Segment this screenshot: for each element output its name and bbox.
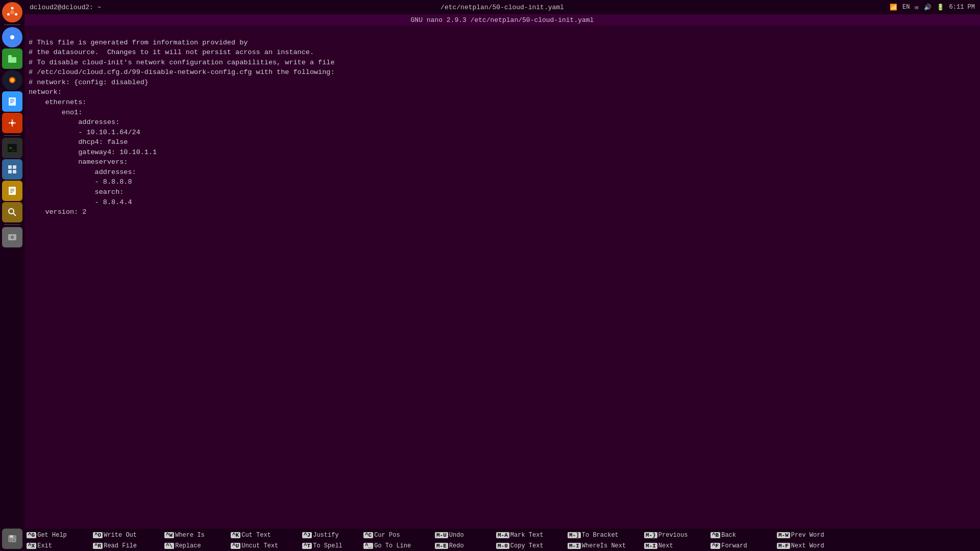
shortcut-label-nextword: Next Word <box>791 542 824 549</box>
disk-icon[interactable] <box>2 227 22 247</box>
shortcut-label-justify: Justify <box>313 532 338 539</box>
svg-point-6 <box>10 35 14 39</box>
terminal-icon[interactable]: >_ <box>2 138 22 158</box>
shortcut-redo: M-E Redo <box>433 540 494 552</box>
shortcut-previous: M-} Previous <box>642 530 708 541</box>
shortcut-key-whereis: ^W <box>164 532 174 538</box>
svg-point-34 <box>13 539 15 542</box>
battery-icon: 🔋 <box>937 4 944 11</box>
topbar-filename: /etc/netplan/50-cloud-init.yaml <box>440 4 564 11</box>
editor-area[interactable]: # This file is generated from informatio… <box>24 26 980 529</box>
sidebar: >_ <box>0 0 24 551</box>
shortcut-label-curpos: Cur Pos <box>374 532 400 539</box>
shortcut-label-next: Next <box>658 542 673 549</box>
svg-rect-33 <box>10 535 13 538</box>
shortcut-key-readfile: ^R <box>93 543 103 549</box>
shortcut-forward: ^F Forward <box>708 540 775 552</box>
shortcut-replace: ^\ Replace <box>162 540 229 552</box>
shortcut-key-gethelp: ^G <box>27 532 36 538</box>
shortcut-label-redo: Redo <box>449 542 464 549</box>
shortcuts-row-1: ^G Get Help ^O Write Out ^W Where Is ^K … <box>24 530 980 540</box>
notes-icon[interactable] <box>2 91 22 112</box>
svg-point-1 <box>10 10 14 14</box>
svg-point-27 <box>9 209 14 214</box>
shortcut-label-uncut: Uncut Text <box>241 542 278 549</box>
dash-icon[interactable] <box>2 159 22 180</box>
network-icon: 📶 <box>890 4 897 11</box>
shortcut-label-undo: Undo <box>449 532 464 539</box>
shortcut-read-file: ^R Read File <box>91 540 162 552</box>
settings-icon[interactable] <box>2 113 22 133</box>
shortcut-label-writeout: Write Out <box>104 532 137 539</box>
shortcut-key-whereisnext: M-I <box>568 543 581 549</box>
sidebar-divider <box>4 24 20 25</box>
shortcut-label-mark: Mark Text <box>510 532 544 539</box>
volume-icon: 🔊 <box>924 4 932 11</box>
shortcuts-bar: ^G Get Help ^O Write Out ^W Where Is ^K … <box>24 529 980 551</box>
shortcut-key-prev: M-} <box>644 532 657 538</box>
ubuntu-icon[interactable] <box>2 2 22 22</box>
shortcut-copy-text: M-0 Copy Text <box>494 540 566 552</box>
svg-point-2 <box>11 7 14 10</box>
shortcut-write-out: ^O Write Out <box>91 530 162 541</box>
shortcut-key-next: M-I <box>644 543 657 549</box>
shortcut-key-spell: ^T <box>302 543 312 549</box>
shortcut-key-cut: ^K <box>231 532 240 538</box>
shortcut-label-forward: Forward <box>721 542 747 549</box>
shortcut-key-replace: ^\ <box>164 543 174 549</box>
shortcut-to-spell: ^T To Spell <box>300 540 361 552</box>
shortcut-mark-text: M-A Mark Text <box>494 530 566 541</box>
svg-point-16 <box>11 121 14 124</box>
svg-rect-19 <box>8 165 12 169</box>
topbar-title: dcloud2@dcloud2: ~ <box>30 4 101 11</box>
shortcut-key-writeout: ^O <box>93 532 103 538</box>
shortcut-label-prevword: Prev Word <box>791 532 824 539</box>
shortcut-label-gotoline: Go To Line <box>374 542 411 549</box>
sidebar-divider-2 <box>4 135 20 136</box>
nano-header-text: GNU nano 2.9.3 /etc/netplan/50-cloud-ini… <box>411 16 594 24</box>
svg-point-4 <box>7 13 10 16</box>
shortcut-label-prev: Previous <box>658 532 688 539</box>
shortcut-back: ^B Back <box>708 530 775 541</box>
shortcut-to-bracket: M-] To Bracket <box>566 530 642 541</box>
shortcut-whereis-next: M-I WhereIs Next <box>566 540 642 552</box>
shortcut-key-undo: M-U <box>435 532 448 538</box>
shortcut-key-back: ^B <box>710 532 720 538</box>
shortcut-key-uncut: ^U <box>231 543 240 549</box>
shortcut-where-is: ^W Where Is <box>162 530 229 541</box>
shortcut-key-curpos: ^C <box>363 532 373 538</box>
chrome-icon[interactable] <box>2 27 22 47</box>
shortcut-exit: ^X Exit <box>24 540 91 552</box>
shortcut-key-prevword: M-W <box>777 532 790 538</box>
shortcut-next: M-I Next <box>642 540 708 552</box>
svg-rect-8 <box>8 57 16 63</box>
svg-point-31 <box>12 237 13 238</box>
shortcut-label-copy: Copy Text <box>510 542 544 549</box>
shortcuts-row-2: ^X Exit ^R Read File ^\ Replace ^U Uncut… <box>24 540 980 551</box>
shortcut-get-help: ^G Get Help <box>24 530 91 541</box>
shortcut-label-back: Back <box>721 532 736 539</box>
shortcut-key-mark: M-A <box>496 532 509 538</box>
shortcut-cur-pos: ^C Cur Pos <box>361 530 433 541</box>
shortcut-key-gotoline: ^_ <box>363 543 373 549</box>
disk2-icon[interactable] <box>2 529 22 549</box>
main-content: dcloud2@dcloud2: ~ /etc/netplan/50-cloud… <box>24 0 980 551</box>
shortcut-undo: M-U Undo <box>433 530 494 541</box>
text-editor-icon[interactable] <box>2 181 22 201</box>
svg-rect-22 <box>13 170 16 173</box>
svg-line-28 <box>13 213 16 216</box>
shortcut-cut-text: ^K Cut Text <box>229 530 300 541</box>
topbar: dcloud2@dcloud2: ~ /etc/netplan/50-cloud… <box>24 0 980 14</box>
shortcut-key-copy: M-0 <box>496 543 509 549</box>
search-magnifier-icon[interactable] <box>2 202 22 222</box>
shortcut-label-replace: Replace <box>175 542 201 549</box>
files-icon[interactable] <box>2 48 22 69</box>
firefox-icon[interactable] <box>2 70 22 90</box>
shortcut-key-redo: M-E <box>435 543 448 549</box>
svg-point-11 <box>11 79 14 82</box>
shortcut-key-exit: ^X <box>27 543 36 549</box>
shortcut-key-nextword: M-F <box>777 543 790 549</box>
topbar-right: 📶 EN ✉ 🔊 🔋 6:11 PM <box>890 4 975 11</box>
shortcut-key-forward: ^F <box>710 543 720 549</box>
shortcut-key-bracket: M-] <box>568 532 581 538</box>
